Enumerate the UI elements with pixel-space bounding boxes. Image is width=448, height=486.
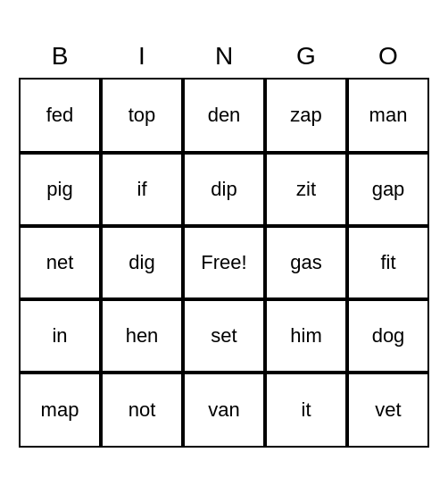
cell-r0-c3[interactable]: zap: [265, 80, 347, 153]
bingo-card: B I N G O fedtopdenzapmanpigifdipzitgapn…: [19, 38, 429, 448]
cell-r0-c4[interactable]: man: [347, 80, 427, 153]
cell-r1-c4[interactable]: gap: [347, 153, 427, 226]
bingo-row: netdigFree!gasfit: [21, 226, 427, 299]
bingo-row: mapnotvanitvet: [21, 373, 427, 446]
cell-r3-c4[interactable]: dog: [347, 299, 427, 373]
cell-r2-c1[interactable]: dig: [101, 226, 183, 299]
cell-r0-c1[interactable]: top: [101, 80, 183, 153]
cell-r2-c3[interactable]: gas: [265, 226, 347, 299]
cell-r4-c3[interactable]: it: [265, 373, 347, 446]
cell-r1-c0[interactable]: pig: [21, 153, 101, 226]
bingo-row: inhensethimdog: [21, 299, 427, 373]
cell-r4-c1[interactable]: not: [101, 373, 183, 446]
cell-r1-c3[interactable]: zit: [265, 153, 347, 226]
cell-r2-c0[interactable]: net: [21, 226, 101, 299]
header-n: N: [183, 38, 265, 74]
cell-r1-c1[interactable]: if: [101, 153, 183, 226]
bingo-grid: fedtopdenzapmanpigifdipzitgapnetdigFree!…: [19, 78, 429, 448]
cell-r0-c0[interactable]: fed: [21, 80, 101, 153]
header-b: B: [19, 38, 101, 74]
bingo-row: fedtopdenzapman: [21, 80, 427, 153]
cell-r4-c0[interactable]: map: [21, 373, 101, 446]
header-i: I: [101, 38, 183, 74]
cell-r2-c2[interactable]: Free!: [183, 226, 265, 299]
cell-r2-c4[interactable]: fit: [347, 226, 427, 299]
header-g: G: [265, 38, 347, 74]
cell-r0-c2[interactable]: den: [183, 80, 265, 153]
cell-r3-c2[interactable]: set: [183, 299, 265, 373]
header-o: O: [347, 38, 429, 74]
cell-r4-c2[interactable]: van: [183, 373, 265, 446]
bingo-row: pigifdipzitgap: [21, 153, 427, 226]
bingo-header: B I N G O: [19, 38, 429, 74]
cell-r3-c1[interactable]: hen: [101, 299, 183, 373]
cell-r4-c4[interactable]: vet: [347, 373, 427, 446]
cell-r1-c2[interactable]: dip: [183, 153, 265, 226]
cell-r3-c0[interactable]: in: [21, 299, 101, 373]
cell-r3-c3[interactable]: him: [265, 299, 347, 373]
